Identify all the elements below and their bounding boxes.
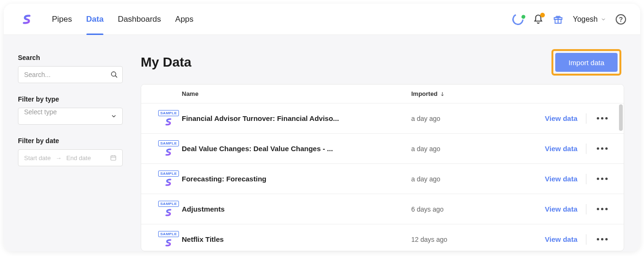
divider bbox=[586, 174, 586, 184]
page-title: My Data bbox=[141, 55, 191, 70]
row-imported: a day ago bbox=[411, 175, 506, 183]
column-name[interactable]: Name bbox=[182, 90, 411, 97]
table-row: SAMPLE Forecasting: Forecasting a day ag… bbox=[141, 164, 624, 194]
import-data-button[interactable]: Import data bbox=[555, 53, 618, 72]
row-name: Netflix Titles bbox=[182, 235, 411, 243]
date-start-placeholder: Start date bbox=[24, 154, 51, 162]
import-highlight: Import data bbox=[551, 49, 621, 76]
date-end-placeholder: End date bbox=[66, 154, 91, 162]
user-name: Yogesh bbox=[573, 15, 598, 24]
view-data-link[interactable]: View data bbox=[545, 175, 577, 183]
row-name: Forecasting: Forecasting bbox=[182, 175, 411, 183]
more-menu-button[interactable] bbox=[595, 145, 610, 152]
row-imported: 12 days ago bbox=[411, 236, 506, 243]
sync-ok-badge bbox=[520, 13, 527, 20]
tab-dashboards[interactable]: Dashboards bbox=[118, 4, 161, 34]
chevron-down-icon bbox=[601, 17, 606, 22]
app-logo[interactable] bbox=[21, 13, 33, 26]
filter-type-label: Filter by type bbox=[18, 95, 123, 103]
refresh-icon[interactable] bbox=[511, 12, 525, 26]
tab-pipes[interactable]: Pipes bbox=[52, 4, 72, 34]
row-imported: a day ago bbox=[411, 145, 506, 153]
sort-desc-icon bbox=[440, 91, 445, 97]
gift-icon[interactable] bbox=[553, 14, 563, 25]
notifications-icon[interactable] bbox=[533, 14, 543, 25]
sample-badge: SAMPLE bbox=[158, 201, 178, 207]
help-icon[interactable]: ? bbox=[616, 14, 626, 25]
table-header: Name Imported bbox=[141, 85, 624, 103]
view-data-link[interactable]: View data bbox=[545, 145, 577, 153]
table-row: SAMPLE Netflix Titles 12 days ago View d… bbox=[141, 224, 624, 251]
arrow-right-icon: → bbox=[55, 154, 61, 162]
source-logo-icon bbox=[164, 178, 173, 187]
divider bbox=[586, 144, 586, 154]
data-table: Name Imported SAMPLE bbox=[141, 84, 624, 251]
search-label: Search bbox=[18, 54, 123, 61]
more-menu-button[interactable] bbox=[595, 115, 610, 121]
svg-rect-5 bbox=[111, 156, 116, 160]
nav-tabs: Pipes Data Dashboards Apps bbox=[52, 4, 194, 34]
search-input[interactable] bbox=[18, 66, 123, 83]
calendar-icon bbox=[110, 154, 117, 161]
scrollbar-thumb[interactable] bbox=[619, 104, 623, 131]
sample-badge: SAMPLE bbox=[158, 171, 178, 177]
filter-type-select[interactable]: Select type bbox=[18, 108, 123, 125]
table-row: SAMPLE Financial Advisor Turnover: Finan… bbox=[141, 103, 624, 134]
row-name: Financial Advisor Turnover: Financial Ad… bbox=[182, 114, 411, 122]
notification-badge bbox=[540, 13, 545, 17]
divider bbox=[586, 204, 586, 214]
sample-badge: SAMPLE bbox=[158, 231, 178, 237]
sidebar: Search Filter by type Select type Filter bbox=[4, 35, 131, 251]
column-imported[interactable]: Imported bbox=[411, 90, 506, 97]
sample-badge: SAMPLE bbox=[158, 110, 178, 116]
topbar: Pipes Data Dashboards Apps bbox=[4, 4, 640, 35]
more-menu-button[interactable] bbox=[595, 236, 610, 242]
divider bbox=[586, 113, 586, 124]
source-logo-icon bbox=[164, 208, 173, 217]
row-imported: a day ago bbox=[411, 115, 506, 122]
sample-badge: SAMPLE bbox=[158, 140, 178, 146]
table-row: SAMPLE Adjustments 6 days ago View data bbox=[141, 194, 624, 224]
tab-data[interactable]: Data bbox=[86, 4, 104, 34]
view-data-link[interactable]: View data bbox=[545, 205, 577, 213]
row-imported: 6 days ago bbox=[411, 205, 506, 213]
table-row: SAMPLE Deal Value Changes: Deal Value Ch… bbox=[141, 134, 624, 164]
more-menu-button[interactable] bbox=[595, 176, 610, 182]
view-data-link[interactable]: View data bbox=[545, 114, 577, 122]
row-name: Deal Value Changes: Deal Value Changes -… bbox=[182, 145, 411, 153]
filter-date-label: Filter by date bbox=[18, 137, 123, 145]
tab-apps[interactable]: Apps bbox=[175, 4, 194, 34]
more-menu-button[interactable] bbox=[595, 206, 610, 212]
row-name: Adjustments bbox=[182, 205, 411, 213]
source-logo-icon bbox=[164, 147, 173, 157]
source-logo-icon bbox=[164, 117, 173, 127]
user-menu[interactable]: Yogesh bbox=[573, 15, 606, 24]
view-data-link[interactable]: View data bbox=[545, 235, 577, 243]
source-logo-icon bbox=[164, 238, 173, 247]
divider bbox=[586, 234, 586, 245]
filter-date-range[interactable]: Start date → End date bbox=[18, 149, 123, 166]
